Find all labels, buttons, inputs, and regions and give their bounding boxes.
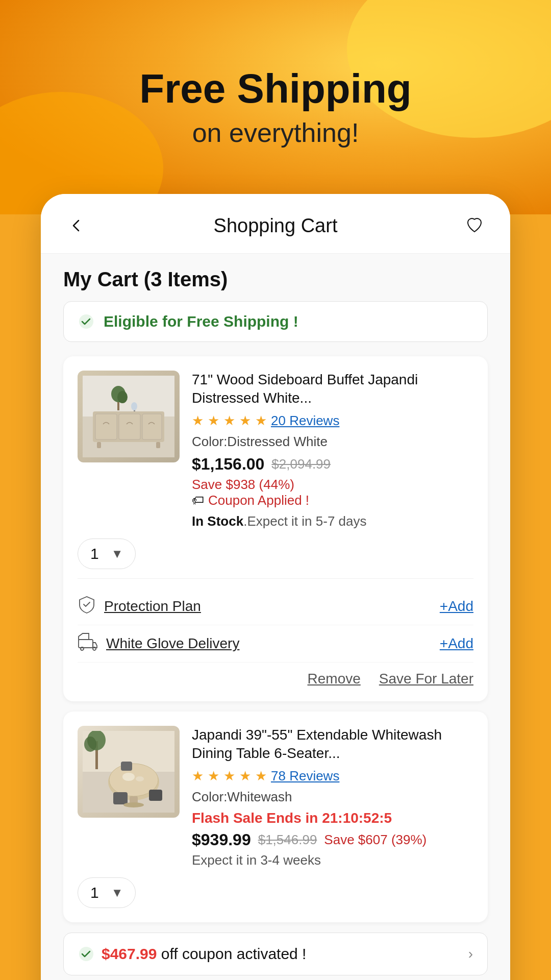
free-shipping-banner: Eligible for Free Shipping ! bbox=[63, 301, 488, 342]
star-3: ★ bbox=[223, 768, 235, 784]
star-1: ★ bbox=[192, 768, 204, 784]
chevron-right-icon: › bbox=[468, 946, 473, 962]
item-2-controls: 1 ▼ bbox=[78, 877, 473, 908]
item-1-name: 71" Wood Sideboard Buffet Japandi Distre… bbox=[192, 371, 473, 408]
svg-rect-8 bbox=[156, 442, 160, 448]
hero-title: Free Shipping bbox=[139, 66, 411, 111]
item-2-price-current: $939.99 bbox=[192, 830, 251, 849]
item-1-info: 71" Wood Sideboard Buffet Japandi Distre… bbox=[192, 371, 473, 529]
svg-rect-7 bbox=[97, 442, 101, 448]
star-1: ★ bbox=[192, 413, 204, 429]
hero-section: Free Shipping on everything! bbox=[0, 0, 551, 214]
svg-rect-2 bbox=[83, 376, 174, 416]
item-1-controls: 1 ▼ bbox=[78, 538, 473, 569]
coupon-activated-left: $467.99 off coupon activated ! bbox=[78, 945, 306, 963]
star-4: ★ bbox=[239, 768, 251, 784]
svg-rect-5 bbox=[119, 414, 140, 439]
cart-title: My Cart (3 Items) bbox=[63, 268, 488, 291]
item-1-save: Save $938 (44%) bbox=[192, 477, 473, 493]
item-2-color: Color:Whitewash bbox=[192, 789, 473, 805]
svg-point-30 bbox=[123, 802, 144, 807]
white-glove-add-btn[interactable]: +Add bbox=[440, 635, 473, 652]
free-shipping-text: Eligible for Free Shipping ! bbox=[104, 313, 298, 330]
coupon-amount: $467.99 bbox=[102, 945, 157, 962]
item-1-color: Color:Distressed White bbox=[192, 434, 473, 450]
coupon-icon: 🏷 bbox=[192, 493, 204, 507]
cart-item-2: Japandi 39"-55" Extendable Whitewash Din… bbox=[63, 712, 488, 922]
item-2-stars: ★ ★ ★ ★ ★ 78 Reviews bbox=[192, 768, 473, 784]
item-2-delivery: Expect it in 3-4 weeks bbox=[192, 852, 473, 868]
star-2: ★ bbox=[208, 413, 219, 429]
star-2: ★ bbox=[208, 768, 219, 784]
item-2-reviews[interactable]: 78 Reviews bbox=[271, 768, 339, 784]
protection-plan-add-btn[interactable]: +Add bbox=[440, 598, 473, 615]
svg-rect-26 bbox=[113, 792, 128, 804]
cart-content: My Cart (3 Items) Eligible for Free Ship… bbox=[41, 254, 510, 980]
svg-point-13 bbox=[131, 402, 137, 410]
flash-sale-timer: Flash Sale Ends in 21:10:52:5 bbox=[192, 810, 473, 826]
coupon-suffix: off coupon activated ! bbox=[157, 945, 306, 962]
star-5: ★ bbox=[255, 413, 267, 429]
hero-subtitle: on everything! bbox=[192, 117, 359, 148]
phone-card: Shopping Cart My Cart (3 Items) Eligible… bbox=[41, 194, 510, 980]
protection-plan-row: Protection Plan +Add bbox=[78, 588, 473, 625]
app-header: Shopping Cart bbox=[41, 194, 510, 254]
coupon-text: Coupon Applied ! bbox=[208, 493, 309, 508]
item-1-addons: Protection Plan +Add bbox=[78, 578, 473, 663]
delivery-icon bbox=[78, 632, 98, 655]
star-3: ★ bbox=[223, 413, 235, 429]
item-1-actions: Remove Save For Later bbox=[78, 671, 473, 687]
item-1-image bbox=[78, 371, 180, 462]
item-1-price-original: $2,094.99 bbox=[271, 456, 331, 472]
shield-icon bbox=[78, 595, 96, 618]
item-2-price-row: $939.99 $1,546.99 Save $607 (39%) bbox=[192, 830, 473, 849]
svg-rect-14 bbox=[79, 640, 93, 648]
svg-point-21 bbox=[84, 737, 96, 752]
item-2-qty-selector[interactable]: 1 ▼ bbox=[78, 877, 136, 908]
wishlist-button[interactable] bbox=[461, 212, 488, 239]
white-glove-row: White Glove Delivery +Add bbox=[78, 625, 473, 663]
protection-plan-label[interactable]: Protection Plan bbox=[104, 598, 201, 615]
item-1-price-current: $1,156.00 bbox=[192, 455, 264, 474]
coupon-activated-bar[interactable]: $467.99 off coupon activated ! › bbox=[63, 933, 488, 975]
coupon-activated-text: $467.99 off coupon activated ! bbox=[102, 945, 306, 963]
item-1-qty: 1 bbox=[90, 545, 99, 562]
item-2-info: Japandi 39"-55" Extendable Whitewash Din… bbox=[192, 726, 473, 868]
item-1-stock: In Stock.Expect it in 5-7 days bbox=[192, 513, 473, 529]
item-2-qty: 1 bbox=[90, 884, 99, 901]
item-1-stars: ★ ★ ★ ★ ★ 20 Reviews bbox=[192, 413, 473, 429]
item-1-price-row: $1,156.00 $2,094.99 bbox=[192, 455, 473, 474]
white-glove-left: White Glove Delivery bbox=[78, 632, 239, 655]
back-button[interactable] bbox=[63, 212, 90, 239]
svg-point-0 bbox=[79, 314, 93, 329]
item-1-coupon: 🏷 Coupon Applied ! bbox=[192, 493, 309, 508]
item-1-qty-selector[interactable]: 1 ▼ bbox=[78, 538, 136, 569]
svg-rect-6 bbox=[142, 414, 162, 439]
svg-rect-27 bbox=[149, 790, 162, 801]
star-4: ★ bbox=[239, 413, 251, 429]
item-2-save: Save $607 (39%) bbox=[324, 832, 427, 848]
protection-plan-left: Protection Plan bbox=[78, 595, 201, 618]
white-glove-label[interactable]: White Glove Delivery bbox=[106, 635, 239, 652]
svg-point-24 bbox=[122, 773, 135, 781]
svg-point-31 bbox=[79, 947, 93, 961]
item-2-price-original: $1,546.99 bbox=[258, 832, 317, 848]
svg-rect-28 bbox=[121, 762, 132, 771]
qty-dropdown-arrow: ▼ bbox=[111, 547, 123, 561]
svg-rect-29 bbox=[130, 796, 138, 803]
save-for-later-button[interactable]: Save For Later bbox=[379, 671, 473, 687]
svg-rect-4 bbox=[95, 414, 117, 439]
item-2-image bbox=[78, 726, 180, 818]
remove-button[interactable]: Remove bbox=[308, 671, 361, 687]
svg-point-25 bbox=[136, 776, 144, 781]
svg-point-11 bbox=[117, 391, 128, 403]
cart-header-title: Shopping Cart bbox=[214, 215, 338, 237]
item-2-name: Japandi 39"-55" Extendable Whitewash Din… bbox=[192, 726, 473, 763]
item-1-reviews[interactable]: 20 Reviews bbox=[271, 413, 339, 429]
star-5: ★ bbox=[255, 768, 267, 784]
qty-dropdown-arrow: ▼ bbox=[111, 886, 123, 900]
cart-item-1: 71" Wood Sideboard Buffet Japandi Distre… bbox=[63, 356, 488, 701]
